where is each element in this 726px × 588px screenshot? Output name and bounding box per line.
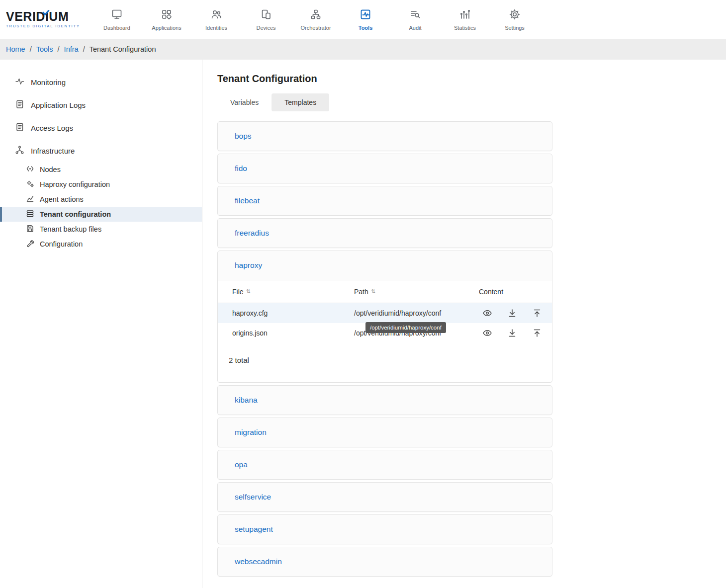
gears-icon [26,179,34,189]
wrench-icon [26,239,34,249]
tab-variables[interactable]: Variables [217,93,272,111]
sidebar-item-label: Tenant backup files [40,225,101,233]
sidebar-item-nodes[interactable]: Nodes [0,162,202,177]
accordion-label: fido [235,164,247,173]
chart-line-icon [26,194,34,204]
accordion-header-setupagent[interactable]: setupagent [218,515,552,544]
sidebar-item-application-logs[interactable]: Application Logs [0,93,202,116]
column-header-path[interactable]: Path ⇅ [354,288,479,296]
sidebar-item-monitoring[interactable]: Monitoring [0,71,202,93]
topnav-label: Settings [505,25,525,31]
veridium-logo[interactable]: VERIDIUM TRUSTED DIGITAL IDENTITY [0,10,92,28]
topnav-item-orchestrator[interactable]: Orchestrator [291,8,341,31]
upload-button[interactable] [532,328,542,338]
orchestrator-icon [310,8,322,22]
breadcrumb: Home / Tools / Infra / Tenant Configurat… [0,39,726,60]
tools-icon [360,8,371,22]
accordion-header-websecadmin[interactable]: websecadmin [218,547,552,576]
accordion-label: kibana [235,396,258,405]
accordion-haproxy: haproxy File ⇅ Path ⇅ Content [217,251,552,383]
accordion-setupagent: setupagent [217,514,552,544]
accordion-opa: opa [217,450,552,480]
accordion-header-opa[interactable]: opa [218,450,552,479]
table-row[interactable]: haproxy.cfg /opt/veridiumid/haproxy/conf [218,303,552,323]
sort-icon[interactable]: ⇅ [246,288,251,295]
accordion-header-bops[interactable]: bops [218,122,552,151]
file-cell: origins.json [232,329,354,337]
sidebar-item-label: Configuration [40,240,83,248]
identities-icon [210,8,222,22]
accordion-label: bops [235,132,252,141]
file-cell: haproxy.cfg [232,309,354,317]
topnav-item-audit[interactable]: Audit [390,8,440,31]
accordion-migration: migration [217,418,552,447]
topnav-label: Statistics [454,25,476,31]
document-icon [15,99,24,110]
view-content-button[interactable] [482,328,492,338]
dashboard-icon [111,8,123,22]
sidebar-item-configuration[interactable]: Configuration [0,237,202,252]
download-button[interactable] [507,328,517,338]
topnav-item-statistics[interactable]: Statistics [440,8,490,31]
sort-icon[interactable]: ⇅ [371,288,375,295]
breadcrumb-separator: / [30,45,32,53]
breadcrumb-home[interactable]: Home [6,45,25,53]
breadcrumb-separator: / [83,45,85,53]
topnav-item-devices[interactable]: Devices [241,8,291,31]
infrastructure-icon [15,145,24,156]
accordion-kibana: kibana [217,385,552,415]
view-content-button[interactable] [482,308,492,318]
column-label: File [232,288,244,296]
topnav-item-tools[interactable]: Tools [341,8,390,31]
topnav-label: Orchestrator [300,25,331,31]
sidebar-item-agent-actions[interactable]: Agent actions [0,192,202,207]
sidebar: Monitoring Application Logs Access Logs … [0,60,202,588]
breadcrumb-current: Tenant Configuration [90,45,156,53]
sidebar-item-label: Tenant configuration [40,210,111,218]
accordion-websecadmin: websecadmin [217,547,552,577]
accordion-freeradius: freeradius [217,218,552,248]
accordion-label: filebeat [235,196,260,205]
accordion-header-migration[interactable]: migration [218,418,552,447]
topnav-item-identities[interactable]: Identities [191,8,241,31]
accordion-header-fido[interactable]: fido [218,154,552,183]
sidebar-item-tenant-configuration[interactable]: Tenant configuration [0,207,202,222]
column-header-file[interactable]: File ⇅ [232,288,354,296]
accordion-header-haproxy[interactable]: haproxy [218,251,552,280]
topnav-item-dashboard[interactable]: Dashboard [92,8,142,31]
sidebar-item-label: Infrastructure [31,147,75,155]
tab-templates[interactable]: Templates [272,93,329,111]
topnav-item-applications[interactable]: Applications [142,8,191,31]
accordion-label: websecadmin [235,557,282,566]
topnav-label: Audit [409,25,421,31]
sidebar-item-tenant-backup-files[interactable]: Tenant backup files [0,222,202,237]
accordion-header-selfservice[interactable]: selfservice [218,483,552,511]
audit-icon [409,8,421,22]
accordion-header-filebeat[interactable]: filebeat [218,186,552,215]
accordion-filebeat: filebeat [217,186,552,216]
save-icon [26,224,34,234]
devices-icon [260,8,272,22]
accordion-header-freeradius[interactable]: freeradius [218,219,552,248]
applications-icon [161,8,173,22]
accordion-label: opa [235,460,248,469]
topnav-item-settings[interactable]: Settings [490,8,540,31]
content-actions [479,328,552,338]
sidebar-item-access-logs[interactable]: Access Logs [0,116,202,139]
breadcrumb-infra[interactable]: Infra [64,45,79,53]
accordion-header-kibana[interactable]: kibana [218,386,552,415]
document-icon [15,122,24,133]
template-accordion-list: bops fido filebeat freeradius [217,121,552,577]
accordion-bops: bops [217,121,552,151]
tab-bar: Variables Templates [217,93,552,111]
download-button[interactable] [507,308,517,318]
sidebar-item-haproxy-configuration[interactable]: Haproxy configuration [0,177,202,192]
activity-icon [15,77,24,87]
sidebar-item-infrastructure[interactable]: Infrastructure [0,139,202,162]
topnav-label: Devices [256,25,275,31]
path-tooltip: /opt/veridiumid/haproxy/conf [365,322,446,333]
accordion-label: selfservice [235,493,271,502]
breadcrumb-tools[interactable]: Tools [36,45,53,53]
upload-button[interactable] [532,308,542,318]
accordion-label: freeradius [235,229,269,238]
